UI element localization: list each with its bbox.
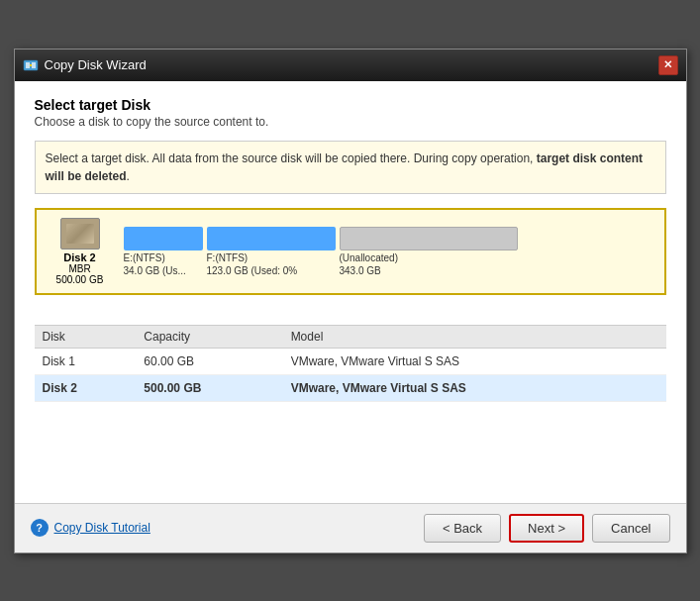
step-subtitle: Choose a disk to copy the source content…: [35, 115, 666, 129]
disk-table: Disk Capacity Model Disk 1 60.00 GB VMwa…: [35, 325, 666, 402]
disk-visual: Disk 2 MBR 500.00 GB E:(NTFS) 34.0 GB (U…: [35, 208, 666, 295]
col-capacity: Capacity: [136, 325, 282, 348]
white-area: Disk Capacity Model Disk 1 60.00 GB VMwa…: [15, 325, 686, 503]
col-model: Model: [283, 325, 666, 348]
svg-rect-2: [32, 62, 36, 68]
svg-rect-1: [26, 62, 30, 68]
step-header: Select target Disk Choose a disk to copy…: [35, 97, 666, 129]
partition-e-bar: [124, 227, 203, 250]
partition-f-name: F:(NTFS): [207, 252, 336, 263]
disk-icon: [60, 218, 100, 250]
partition-f: F:(NTFS) 123.0 GB (Used: 0%: [207, 227, 336, 276]
table-row[interactable]: Disk 1 60.00 GB VMware, VMware Virtual S…: [35, 348, 666, 374]
close-button[interactable]: ✕: [658, 55, 678, 75]
content-area: Select target Disk Choose a disk to copy…: [15, 81, 686, 325]
disk-visual-label: Disk 2: [63, 251, 95, 263]
step-title: Select target Disk: [35, 97, 666, 113]
disk-icon-area: Disk 2 MBR 500.00 GB: [45, 218, 116, 285]
window-title: Copy Disk Wizard: [45, 57, 147, 72]
row2-model: VMware, VMware Virtual S SAS: [283, 374, 666, 401]
partition-e-detail: 34.0 GB (Us...: [124, 265, 203, 276]
footer-area: ? Copy Disk Tutorial < Back Next > Cance…: [15, 503, 686, 552]
title-bar: Copy Disk Wizard ✕: [15, 50, 686, 81]
row2-disk: Disk 2: [35, 374, 137, 401]
table-row[interactable]: Disk 2 500.00 GB VMware, VMware Virtual …: [35, 374, 666, 401]
partition-e: E:(NTFS) 34.0 GB (Us...: [124, 227, 203, 276]
row1-capacity: 60.00 GB: [136, 348, 282, 374]
help-link[interactable]: Copy Disk Tutorial: [54, 521, 150, 535]
col-disk: Disk: [35, 325, 137, 348]
disk-visual-size: 500.00 GB: [56, 274, 104, 285]
partition-unalloc: (Unallocated) 343.0 GB: [340, 227, 518, 276]
disk-visual-type: MBR: [68, 263, 90, 274]
help-icon: ?: [31, 519, 49, 537]
partition-unalloc-bar: [340, 227, 518, 250]
row1-model: VMware, VMware Virtual S SAS: [283, 348, 666, 374]
info-text-part2: .: [127, 169, 130, 183]
info-box: Select a target disk. All data from the …: [35, 141, 666, 194]
partition-unalloc-name: (Unallocated): [340, 252, 518, 263]
row1-disk: Disk 1: [35, 348, 137, 374]
footer-left: ? Copy Disk Tutorial: [31, 519, 150, 537]
app-icon: [23, 57, 39, 73]
svg-rect-3: [30, 64, 32, 66]
next-button[interactable]: Next >: [509, 514, 584, 543]
info-text-part1: Select a target disk. All data from the …: [46, 151, 537, 165]
cancel-button[interactable]: Cancel: [592, 514, 669, 543]
partition-e-name: E:(NTFS): [124, 252, 203, 263]
partition-unalloc-detail: 343.0 GB: [340, 265, 518, 276]
partition-f-bar: [207, 227, 336, 250]
partition-f-detail: 123.0 GB (Used: 0%: [207, 265, 336, 276]
title-bar-left: Copy Disk Wizard: [23, 57, 147, 73]
back-button[interactable]: < Back: [424, 514, 501, 543]
table-header-row: Disk Capacity Model: [35, 325, 666, 348]
row2-capacity: 500.00 GB: [136, 374, 282, 401]
main-window: Copy Disk Wizard ✕ Select target Disk Ch…: [14, 49, 687, 553]
disk-bars: E:(NTFS) 34.0 GB (Us... F:(NTFS) 123.0 G…: [124, 227, 656, 276]
footer-buttons: < Back Next > Cancel: [424, 514, 670, 543]
